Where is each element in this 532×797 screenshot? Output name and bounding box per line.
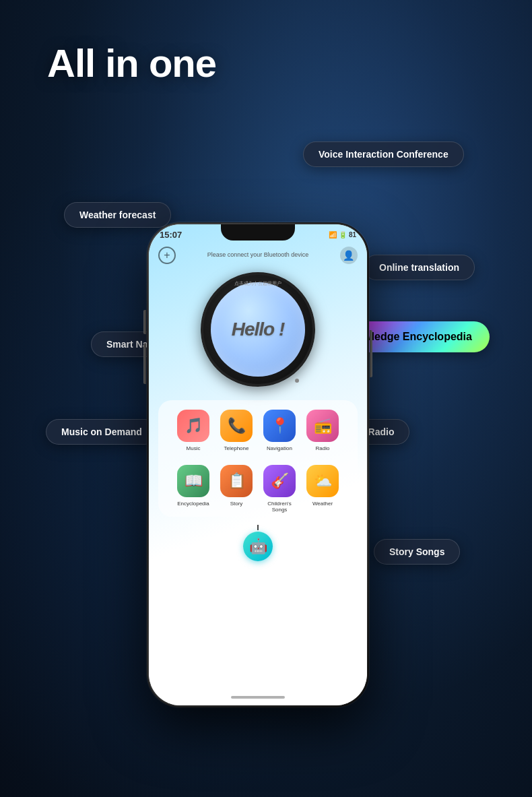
volume-up-button	[143, 310, 146, 334]
app-childrens-songs[interactable]: 🎸 Children's Songs	[259, 465, 300, 513]
page-title: All in one	[47, 40, 216, 86]
telephone-icon: 📞	[220, 410, 253, 442]
status-time: 15:07	[160, 230, 182, 240]
app-music-label: Music	[187, 445, 201, 451]
voice-inner-circle[interactable]: Hello !	[211, 282, 305, 377]
label-online-translation: Online translation	[364, 255, 475, 280]
robot-bottom: 🤖	[149, 525, 367, 561]
phone-screen: 15:07 📶 🔋 81 + Please connect your Bluet…	[149, 224, 367, 705]
app-encyclopedia[interactable]: 📖 Encyclopedia	[173, 465, 213, 513]
connect-text: Please connect your Bluetooth device	[207, 251, 309, 259]
phone-notch	[221, 224, 295, 241]
phone-mockup: 15:07 📶 🔋 81 + Please connect your Bluet…	[147, 222, 369, 707]
phone-screen-area: 15:07 📶 🔋 81 + Please connect your Bluet…	[149, 224, 367, 705]
label-music-demand: Music on Demand	[46, 419, 158, 445]
home-indicator	[231, 696, 285, 699]
wifi-icon: 📶	[329, 231, 337, 238]
app-childrens-songs-label: Children's Songs	[259, 501, 300, 513]
battery-icon: 🔋	[339, 231, 347, 238]
label-story-songs: Story Songs	[374, 539, 460, 565]
story-icon: 📋	[220, 465, 253, 497]
app-encyclopedia-label: Encyclopedia	[177, 501, 209, 507]
ring-dot	[295, 379, 299, 383]
volume-down-button	[143, 344, 146, 384]
status-icons: 📶 🔋 81	[329, 231, 356, 238]
app-story[interactable]: 📋 Story	[216, 465, 257, 513]
music-icon: 🎵	[177, 410, 209, 442]
encyclopedia-icon: 📖	[177, 465, 209, 497]
robot-face: 🤖	[243, 532, 273, 561]
voice-hello-text: Hello !	[232, 319, 285, 340]
voice-outer-ring[interactable]: 点击成为小云超级用户 Hello !	[201, 272, 315, 387]
app-weather-label: Weather	[312, 501, 333, 507]
app-story-label: Story	[230, 501, 243, 507]
ring-label: 点击成为小云超级用户	[234, 280, 281, 287]
power-button	[370, 330, 372, 377]
phone-outer-frame: 15:07 📶 🔋 81 + Please connect your Bluet…	[147, 222, 369, 707]
navigation-icon: 📍	[263, 410, 296, 442]
app-telephone[interactable]: 📞 Telephone	[216, 410, 257, 451]
app-grid: 🎵 Music 📞 Telephone 📍 Navigation 📻	[158, 400, 358, 517]
app-radio[interactable]: 📻 Radio	[302, 410, 343, 451]
app-radio-label: Radio	[316, 445, 330, 451]
app-navigation-label: Navigation	[267, 445, 292, 451]
app-row-2: 📖 Encyclopedia 📋 Story 🎸 Children's Song…	[172, 455, 344, 517]
weather-icon: ⛅	[306, 465, 339, 497]
childrens-songs-icon: 🎸	[263, 465, 296, 497]
app-weather[interactable]: ⛅ Weather	[302, 465, 343, 513]
app-telephone-label: Telephone	[224, 445, 249, 451]
voice-circle-container: 点击成为小云超级用户 Hello !	[149, 272, 367, 387]
battery-level: 81	[349, 231, 356, 238]
phone-nav-bar: + Please connect your Bluetooth device 👤	[149, 243, 367, 268]
radio-icon: 📻	[306, 410, 339, 442]
app-row-1: 🎵 Music 📞 Telephone 📍 Navigation 📻	[172, 400, 344, 455]
app-music[interactable]: 🎵 Music	[173, 410, 213, 451]
add-button[interactable]: +	[158, 247, 176, 264]
label-voice-interaction: Voice Interaction Conference	[303, 141, 464, 167]
profile-button[interactable]: 👤	[340, 247, 358, 264]
app-navigation[interactable]: 📍 Navigation	[259, 410, 300, 451]
robot-antenna	[257, 525, 259, 530]
